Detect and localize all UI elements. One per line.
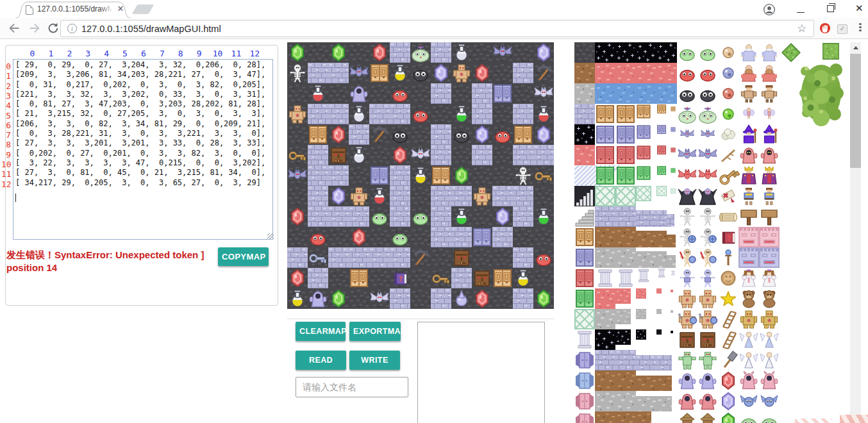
new-tab-button[interactable]: [132, 4, 154, 14]
matrix-row-header: 3: [1, 91, 11, 101]
clearmap-button[interactable]: CLEARMAP: [296, 322, 346, 341]
write-button[interactable]: WRITE: [349, 351, 400, 370]
matrix-col-header: 3: [80, 49, 96, 58]
matrix-col-header: 5: [117, 49, 133, 58]
refresh-icon[interactable]: [46, 21, 60, 35]
divider-line: [287, 319, 555, 319]
text-caret: [15, 194, 16, 202]
matrix-col-header: 7: [154, 49, 170, 58]
copymap-button[interactable]: COPYMAP: [218, 247, 269, 266]
export-output-box[interactable]: [417, 322, 545, 423]
back-icon[interactable]: [8, 21, 22, 35]
tileset-palette-canvas[interactable]: [574, 42, 850, 423]
profile-icon[interactable]: [763, 3, 776, 16]
matrix-col-header: 9: [192, 49, 207, 58]
matrix-col-header: 2: [62, 49, 77, 58]
browser-menu-icon[interactable]: [859, 22, 862, 33]
syntax-error-message: 发生错误！SyntaxError: Unexpected token ] pos…: [6, 249, 217, 274]
matrix-col-header: 0: [25, 49, 40, 58]
filename-input[interactable]: [296, 377, 408, 397]
matrix-row-header: 9: [1, 150, 11, 160]
tab-close-icon[interactable]: ✕: [115, 4, 126, 14]
window-close-button[interactable]: ✕: [855, 3, 864, 11]
page-info-icon[interactable]: i: [67, 24, 77, 33]
extension-check-icon[interactable]: ✓: [837, 24, 847, 34]
matrix-row-header: 12: [1, 179, 11, 189]
browser-window: 127.0.0.1:1055/drawMa ✕ ✕ i 127.0.0.1:10…: [0, 0, 868, 423]
textarea-resize-grip[interactable]: [267, 233, 274, 240]
matrix-row-header: 11: [1, 169, 11, 179]
matrix-row-header: 6: [1, 120, 11, 130]
map-matrix-textarea[interactable]: [13, 59, 273, 240]
adblock-hand-icon[interactable]: [819, 22, 831, 34]
page-scrollbar-thumb[interactable]: [850, 54, 861, 168]
matrix-row-header: 10: [1, 160, 11, 169]
matrix-col-header: 4: [99, 49, 114, 58]
tab-title-fade: [100, 4, 113, 15]
partial-sprite-fragment: [840, 415, 868, 423]
matrix-col-header: 6: [136, 49, 151, 58]
tile-map-canvas[interactable]: [287, 42, 554, 309]
matrix-row-header: 4: [1, 101, 11, 110]
matrix-row-header: 5: [1, 111, 11, 120]
matrix-col-header: 1: [43, 49, 58, 58]
matrix-col-header: 8: [173, 49, 188, 58]
forward-icon[interactable]: [27, 21, 41, 35]
window-minimize-button[interactable]: [797, 5, 805, 13]
matrix-row-header: 2: [1, 81, 11, 91]
matrix-col-header: 12: [247, 49, 262, 58]
matrix-col-header: 11: [228, 49, 244, 58]
read-button[interactable]: READ: [296, 351, 346, 370]
matrix-col-header: 10: [210, 49, 226, 58]
bookmark-star-icon[interactable]: ☆: [797, 22, 806, 35]
window-restore-button[interactable]: [827, 5, 834, 12]
matrix-row-header: 8: [1, 140, 11, 149]
page-favicon-icon: [26, 5, 33, 15]
partial-sprite-fragment: [795, 419, 832, 423]
browser-titlebar: 127.0.0.1:1055/drawMa ✕ ✕: [0, 0, 868, 18]
matrix-row-header: 1: [1, 71, 11, 81]
matrix-row-header: 7: [1, 130, 11, 140]
scrollbar-up-arrow-icon[interactable]: [853, 46, 858, 49]
exportmap-button[interactable]: EXPORTMAP: [349, 322, 401, 341]
matrix-row-header: 0: [1, 62, 11, 71]
url-text[interactable]: 127.0.0.1:1055/drawMapGUI.html: [81, 24, 221, 34]
